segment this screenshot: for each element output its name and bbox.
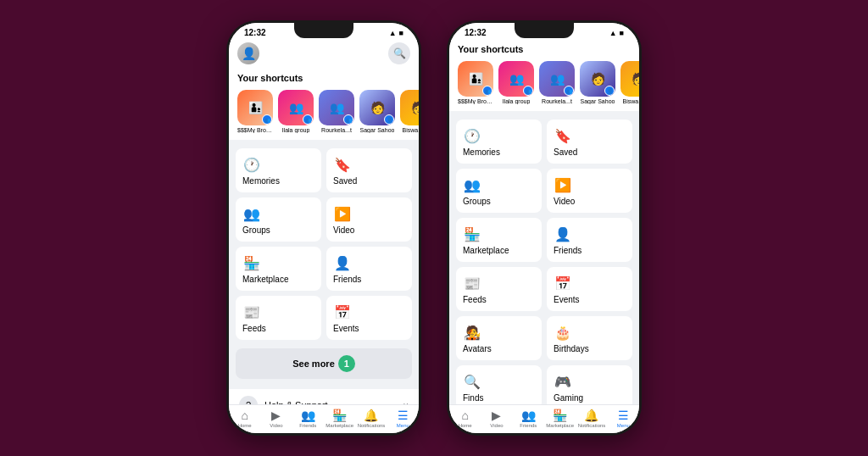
grid2-row-4: 🧑‍🎤 Avatars 🎂 Birthdays — [456, 316, 632, 360]
video-icon: ▶️ — [333, 204, 352, 223]
friends-nav-icon-1: 👥 — [301, 409, 315, 422]
grid2-item-avatars[interactable]: 🧑‍🎤 Avatars — [456, 316, 542, 360]
shortcut2-item-2[interactable]: 👥 👥 Rourkela...t — [539, 61, 575, 104]
avatar2-badge-0: 👥 — [482, 86, 492, 96]
nav-notifications-1[interactable]: 🔔 Notifications — [355, 409, 387, 428]
shortcut2-avatar-3: 🧑 👤 — [580, 61, 615, 97]
avatar-badge-2: 👥 — [343, 114, 353, 125]
phone-screen-1: 12:32 ▲ ■ 👤 🔍 Your shortcuts — [229, 23, 419, 433]
accordion-help[interactable]: ? Help & Support ∨ — [229, 389, 419, 404]
status-icons-2: ▲ ■ — [609, 29, 624, 37]
shortcut-item-3[interactable]: 🧑 👤 Sagar Sahoo — [359, 90, 395, 133]
marketplace-label: Marketplace — [242, 275, 314, 284]
nav-friends-1[interactable]: 👥 Friends — [292, 409, 324, 428]
friends2-nav-icon: 👥 — [521, 409, 536, 422]
nav2-friends[interactable]: 👥 Friends — [513, 409, 544, 428]
avatar-inner-4: 🧑 — [400, 90, 419, 125]
memories-label: Memories — [242, 176, 314, 186]
shortcut-item-0[interactable]: 👨‍👦 👥 $$$My Brothers... — [237, 90, 273, 133]
nav2-marketplace[interactable]: 🏪 Marketplace — [544, 409, 576, 428]
shortcut2-item-4[interactable]: 🧑 👤 Biswa...Das — [620, 61, 639, 104]
nav-video-1[interactable]: ▶ Video — [260, 409, 292, 428]
header-avatar-1[interactable]: 👤 — [237, 42, 259, 64]
grid-item-saved[interactable]: 🔖 Saved — [326, 148, 412, 192]
grid2-item-memories[interactable]: 🕐 Memories — [456, 120, 542, 164]
shortcut2-item-3[interactable]: 🧑 👤 Sagar Sahoo — [580, 61, 615, 104]
shortcuts-title-1: Your shortcuts — [229, 68, 419, 86]
menu2-nav-icon: ☰ — [618, 409, 629, 422]
shortcut2-item-1[interactable]: 👥 👥 Ilala group — [498, 61, 534, 104]
battery-icon-1: ■ — [399, 29, 403, 37]
nav-home-1[interactable]: ⌂ Home — [229, 409, 260, 428]
grid2-item-marketplace[interactable]: 🏪 Marketplace — [456, 218, 542, 262]
grid2-item-events[interactable]: 📅 Events — [547, 267, 632, 311]
screen-content-2[interactable]: Your shortcuts 👨‍👦 👥 $$$My Brothers... 👥… — [449, 39, 639, 404]
menu2-nav-label: Menu — [617, 423, 630, 428]
header-search-btn-1[interactable]: 🔍 — [388, 42, 410, 64]
grid2-item-groups[interactable]: 👥 Groups — [456, 169, 542, 213]
grid-item-groups[interactable]: 👥 Groups — [236, 197, 321, 242]
help-icon: ? — [239, 396, 258, 404]
phone-frame-2: 12:32 ▲ ■ Your shortcuts 👨‍👦 👥 $$$My Bro — [447, 20, 642, 436]
notifications-nav-label-1: Notifications — [358, 423, 386, 428]
screen-content-1[interactable]: Your shortcuts 👨‍👦 👥 $$$My Brothers... 👥… — [229, 68, 419, 404]
home2-nav-label: Home — [459, 423, 472, 428]
time-2: 12:32 — [465, 28, 487, 37]
grid-item-marketplace[interactable]: 🏪 Marketplace — [236, 247, 321, 291]
nav-marketplace-1[interactable]: 🏪 Marketplace — [324, 409, 355, 428]
phone-2: 12:32 ▲ ■ Your shortcuts 👨‍👦 👥 $$$My Bro — [447, 20, 642, 436]
shortcut-item-4[interactable]: 🧑 👤 Biswa...Das — [400, 90, 419, 133]
events2-icon: 📅 — [554, 274, 572, 292]
marketplace2-label: Marketplace — [463, 246, 535, 255]
shortcut-label-4: Biswa...Das — [403, 127, 419, 133]
grid-item-friends[interactable]: 👤 Friends — [326, 247, 412, 291]
nav2-notifications[interactable]: 🔔 Notifications — [576, 409, 607, 428]
grid-item-feeds[interactable]: 📰 Feeds — [236, 296, 321, 340]
notifications2-nav-label: Notifications — [578, 423, 606, 428]
nav2-video[interactable]: ▶ Video — [481, 409, 512, 428]
shortcut-avatar-1: 👥 👥 — [278, 90, 314, 125]
grid2-item-video[interactable]: ▶️ Video — [547, 169, 632, 213]
wifi-icon-1: ▲ — [389, 29, 397, 37]
shortcut2-label-1: Ilala group — [503, 98, 531, 104]
shortcut-label-0: $$$My Brothers... — [237, 127, 273, 133]
video2-nav-icon: ▶ — [492, 409, 501, 422]
shortcut-item-2[interactable]: 👥 👥 Rourkela...t — [319, 90, 354, 133]
video2-nav-label: Video — [490, 423, 503, 428]
phone-screen-2: 12:32 ▲ ■ Your shortcuts 👨‍👦 👥 $$$My Bro — [449, 23, 639, 433]
menu-nav-icon-1: ☰ — [398, 409, 409, 422]
feeds-icon: 📰 — [242, 303, 261, 321]
see-more-button[interactable]: See more 1 — [236, 348, 412, 379]
events-icon: 📅 — [333, 303, 352, 321]
nav2-menu[interactable]: ☰ Menu — [608, 409, 639, 428]
grid2-item-friends[interactable]: 👤 Friends — [547, 218, 632, 262]
nav-menu-1[interactable]: ☰ Menu — [387, 409, 419, 428]
shortcut-label-2: Rourkela...t — [321, 127, 352, 133]
grid2-item-finds[interactable]: 🔍 Finds — [456, 365, 542, 404]
avatar-badge-1: 👥 — [303, 114, 313, 125]
grid-item-video[interactable]: ▶️ Video — [326, 197, 412, 242]
shortcut2-avatar-0: 👨‍👦 👥 — [458, 61, 493, 97]
feeds2-label: Feeds — [463, 295, 535, 304]
grid-item-events[interactable]: 📅 Events — [326, 296, 412, 340]
grid2-item-birthdays[interactable]: 🎂 Birthdays — [547, 316, 632, 360]
shortcut2-label-3: Sagar Sahoo — [581, 98, 615, 104]
grid-item-memories[interactable]: 🕐 Memories — [236, 148, 321, 192]
friends-icon: 👤 — [333, 253, 352, 272]
finds2-icon: 🔍 — [463, 372, 481, 391]
shortcuts-row-2[interactable]: 👨‍👦 👥 $$$My Brothers... 👥 👥 Ilala group — [449, 58, 639, 111]
shortcut2-item-0[interactable]: 👨‍👦 👥 $$$My Brothers... — [458, 61, 493, 104]
shortcut2-label-2: Rourkela...t — [542, 98, 572, 104]
marketplace2-icon: 🏪 — [463, 225, 481, 243]
grid2-item-feeds[interactable]: 📰 Feeds — [456, 267, 542, 311]
screen-header-1: 👤 🔍 — [229, 39, 419, 68]
grid2-item-gaming[interactable]: 🎮 Gaming — [547, 365, 632, 404]
shortcut-label-1: Ilala group — [282, 127, 310, 133]
shortcut-item-1[interactable]: 👥 👥 Ilala group — [278, 90, 314, 133]
gaming2-label: Gaming — [554, 393, 626, 403]
shortcuts-row-1[interactable]: 👨‍👦 👥 $$$My Brothers... 👥 👥 Ilala group — [229, 86, 419, 140]
events-label: Events — [333, 324, 405, 333]
nav2-home[interactable]: ⌂ Home — [449, 409, 481, 428]
grid2-item-saved[interactable]: 🔖 Saved — [547, 120, 632, 164]
friends2-nav-label: Friends — [520, 423, 537, 428]
